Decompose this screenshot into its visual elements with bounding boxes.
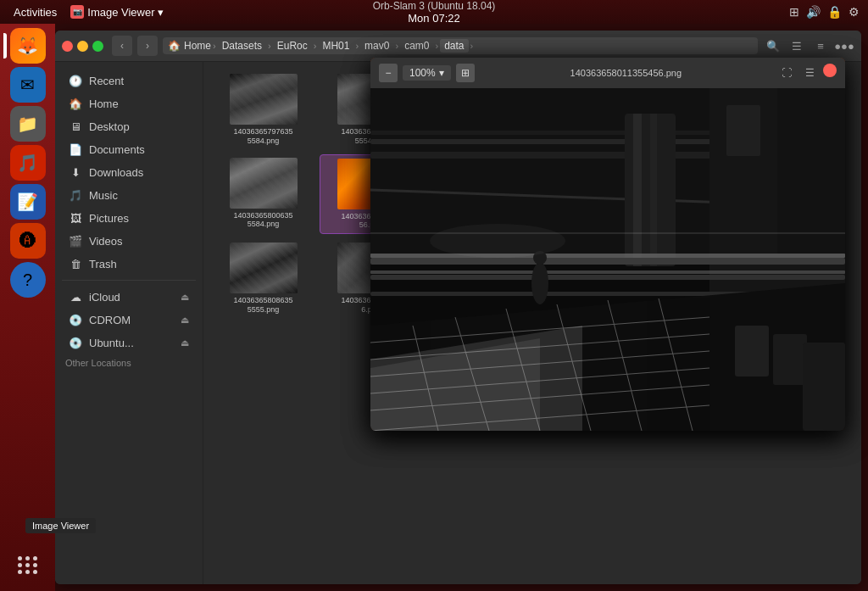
list-view[interactable]: ≡ bbox=[810, 36, 831, 56]
file-name: 140363658086355555.png bbox=[233, 296, 292, 315]
window-title: Orb-Slam 3 (Ubuntu 18.04) bbox=[373, 0, 496, 12]
breadcrumb-mav0[interactable]: mav0 bbox=[360, 39, 393, 53]
network-icon[interactable]: ⊞ bbox=[789, 5, 799, 19]
app-label-text: Image Viewer ▾ bbox=[87, 6, 164, 19]
sidebar-desktop-label: Desktop bbox=[89, 120, 130, 133]
zoom-dropdown-icon: ▾ bbox=[439, 67, 444, 79]
sidebar-music-label: Music bbox=[89, 189, 118, 202]
maximize-button[interactable] bbox=[92, 41, 103, 52]
svg-rect-9 bbox=[650, 114, 657, 266]
sep1: › bbox=[213, 41, 216, 51]
fm-header-actions: 🔍 ☰ ≡ ●●● bbox=[763, 36, 854, 56]
taskbar-files[interactable]: 📁 bbox=[10, 106, 46, 142]
show-apps-button[interactable] bbox=[10, 547, 46, 583]
zoom-display[interactable]: 100% ▾ bbox=[403, 65, 451, 81]
sidebar-item-pictures[interactable]: 🖼 Pictures bbox=[58, 207, 199, 229]
zoom-fit-button[interactable]: ⊞ bbox=[456, 64, 475, 82]
file-item[interactable]: 140363658086355555.png bbox=[212, 239, 314, 318]
file-item[interactable]: 140363658006355584.png bbox=[212, 154, 314, 235]
iv-image-svg bbox=[370, 88, 845, 431]
iv-header: − 100% ▾ ⊞ 140363658011355456.png ⛶ ☰ bbox=[370, 58, 845, 88]
sidebar-item-recent[interactable]: 🕐 Recent bbox=[58, 70, 199, 92]
sidebar-item-home[interactable]: 🏠 Home bbox=[58, 92, 199, 114]
trash-icon: 🗑 bbox=[69, 257, 82, 270]
svg-rect-31 bbox=[370, 254, 845, 258]
iv-close-button[interactable] bbox=[823, 64, 837, 77]
breadcrumb-datasets[interactable]: Datasets bbox=[218, 39, 266, 53]
minimize-button[interactable] bbox=[77, 41, 88, 52]
file-thumbnail bbox=[230, 158, 298, 209]
file-name: 140363658006355584.png bbox=[233, 211, 292, 230]
iv-title: 140363658011355456.png bbox=[480, 68, 772, 78]
iv-wm-buttons: ⛶ ☰ bbox=[777, 64, 837, 82]
sidebar-item-documents[interactable]: 📄 Documents bbox=[58, 138, 199, 160]
sidebar-item-ubuntu[interactable]: 💿 Ubuntu... ⏏ bbox=[58, 332, 199, 354]
sidebar-downloads-label: Downloads bbox=[89, 166, 143, 179]
svg-rect-14 bbox=[370, 275, 845, 280]
sidebar-videos-label: Videos bbox=[89, 235, 123, 248]
top-bar-left: Activities 📷 Image Viewer ▾ bbox=[8, 4, 164, 20]
ubuntu-eject[interactable]: ⏏ bbox=[181, 337, 189, 348]
sidebar-icloud-label: iCloud bbox=[89, 291, 120, 304]
sidebar-item-trash[interactable]: 🗑 Trash bbox=[58, 253, 199, 275]
svg-rect-39 bbox=[370, 232, 845, 234]
search-button[interactable]: 🔍 bbox=[763, 36, 783, 56]
videos-icon: 🎬 bbox=[69, 234, 82, 248]
svg-point-38 bbox=[430, 224, 565, 258]
sidebar-trash-label: Trash bbox=[89, 258, 117, 270]
settings-icon[interactable]: ⚙ bbox=[849, 5, 860, 19]
activities-button[interactable]: Activities bbox=[8, 4, 62, 20]
sidebar-item-desktop[interactable]: 🖥 Desktop bbox=[58, 115, 199, 137]
downloads-icon: ⬇ bbox=[69, 165, 82, 179]
file-thumbnail bbox=[230, 74, 298, 125]
breadcrumb-data[interactable]: data bbox=[440, 39, 468, 53]
sidebar-item-icloud[interactable]: ☁ iCloud ⏏ bbox=[58, 286, 199, 308]
svg-rect-32 bbox=[370, 270, 845, 274]
iv-fullscreen-button[interactable]: ⛶ bbox=[777, 64, 796, 82]
taskbar-help[interactable]: ? bbox=[10, 262, 46, 298]
iv-menu-button[interactable]: ☰ bbox=[800, 64, 819, 82]
iv-image-area bbox=[370, 88, 845, 431]
svg-rect-11 bbox=[726, 105, 760, 156]
view-toggle[interactable]: ☰ bbox=[787, 36, 807, 56]
taskbar-firefox[interactable]: 🦊 bbox=[10, 28, 46, 64]
breadcrumb-home[interactable]: 🏠 Home bbox=[168, 40, 211, 52]
breadcrumb-cam0[interactable]: cam0 bbox=[400, 39, 433, 53]
breadcrumb-mh01[interactable]: MH01 bbox=[318, 39, 353, 53]
sidebar-item-downloads[interactable]: ⬇ Downloads bbox=[58, 161, 199, 183]
sidebar-item-videos[interactable]: 🎬 Videos bbox=[58, 230, 199, 252]
sidebar-item-music[interactable]: 🎵 Music bbox=[58, 184, 199, 206]
wm-buttons bbox=[62, 41, 103, 52]
tooltip-image-viewer: Image Viewer bbox=[25, 518, 96, 533]
ubuntu-icon: 💿 bbox=[69, 336, 82, 349]
taskbar-mail[interactable]: ✉ bbox=[10, 67, 46, 103]
iv-controls: − 100% ▾ ⊞ bbox=[379, 64, 475, 82]
sidebar-item-cdrom[interactable]: 💿 CDROM ⏏ bbox=[58, 309, 199, 331]
close-button[interactable] bbox=[62, 41, 73, 52]
sidebar-home-label: Home bbox=[89, 98, 119, 110]
sidebar-pictures-label: Pictures bbox=[89, 212, 129, 225]
cdrom-eject[interactable]: ⏏ bbox=[181, 315, 189, 326]
svg-rect-35 bbox=[735, 326, 769, 376]
image-viewer-window: − 100% ▾ ⊞ 140363658011355456.png ⛶ ☰ bbox=[370, 58, 845, 431]
more-options[interactable]: ●●● bbox=[834, 36, 854, 56]
forward-button[interactable]: › bbox=[137, 36, 158, 56]
svg-rect-36 bbox=[773, 334, 807, 385]
icloud-icon: ☁ bbox=[69, 290, 82, 304]
taskbar-rhythmbox[interactable]: 🎵 bbox=[10, 145, 46, 181]
breadcrumb-euroc[interactable]: EuRoc bbox=[273, 39, 312, 53]
home-icon: 🏠 bbox=[69, 97, 82, 110]
app-menu[interactable]: 📷 Image Viewer ▾ bbox=[70, 5, 164, 19]
taskbar-appstore[interactable]: 🅐 bbox=[10, 223, 46, 259]
zoom-out-button[interactable]: − bbox=[379, 64, 398, 82]
icloud-eject[interactable]: ⏏ bbox=[181, 292, 189, 303]
taskbar-text[interactable]: 📝 bbox=[10, 184, 46, 220]
sidebar-ubuntu-label: Ubuntu... bbox=[89, 337, 134, 349]
svg-rect-8 bbox=[633, 114, 642, 266]
volume-icon[interactable]: 🔊 bbox=[806, 5, 821, 19]
back-button[interactable]: ‹ bbox=[112, 36, 132, 56]
battery-icon[interactable]: 🔒 bbox=[827, 5, 842, 19]
file-item[interactable]: 140363657976355584.png bbox=[212, 70, 314, 149]
breadcrumb: 🏠 Home › Datasets › EuRoc › MH01 › mav0 … bbox=[163, 37, 758, 54]
other-locations[interactable]: Other Locations bbox=[55, 354, 203, 371]
